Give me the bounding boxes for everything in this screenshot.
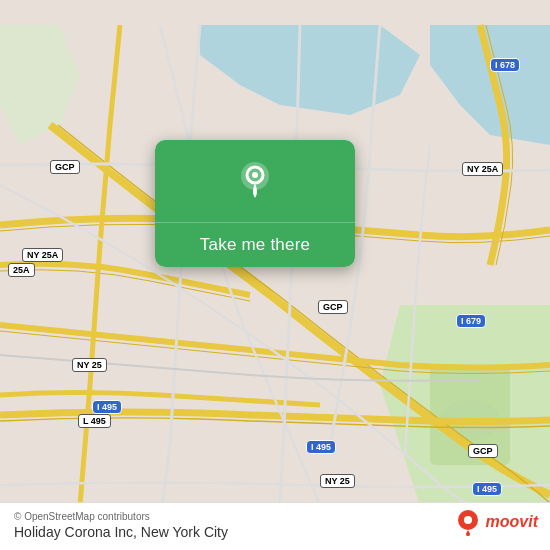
road-badge-i679: I 679 — [456, 314, 486, 328]
road-badge-i678: I 678 — [490, 58, 520, 72]
map-svg — [0, 0, 550, 550]
map-container: GCP NY 25A 25A I 678 NY 25A GCP I 679 NY… — [0, 0, 550, 550]
road-badge-ny25-bottom: NY 25 — [320, 474, 355, 488]
road-badge-gcp-center: GCP — [318, 300, 348, 314]
road-badge-ny25a-left: NY 25A — [22, 248, 63, 262]
take-me-there-button[interactable]: Take me there — [155, 222, 355, 267]
road-badge-gcp-bottom: GCP — [468, 444, 498, 458]
road-badge-25a: 25A — [8, 263, 35, 277]
road-badge-i495-center: I 495 — [306, 440, 336, 454]
moovit-logo: moovit — [454, 508, 538, 536]
moovit-text: moovit — [486, 513, 538, 531]
road-badge-ny25: NY 25 — [72, 358, 107, 372]
road-badge-i495-left: I 495 — [92, 400, 122, 414]
road-badge-ny25a-right: NY 25A — [462, 162, 503, 176]
popup-header — [155, 140, 355, 222]
svg-point-10 — [464, 516, 472, 524]
moovit-brand-icon — [454, 508, 482, 536]
location-pin-icon — [233, 158, 277, 202]
popup-card: Take me there — [155, 140, 355, 267]
svg-marker-5 — [0, 25, 80, 145]
road-badge-i495-right: I 495 — [472, 482, 502, 496]
road-badge-l495: L 495 — [78, 414, 111, 428]
svg-point-8 — [252, 172, 258, 178]
svg-marker-0 — [200, 25, 420, 115]
road-badge-gcp-top: GCP — [50, 160, 80, 174]
